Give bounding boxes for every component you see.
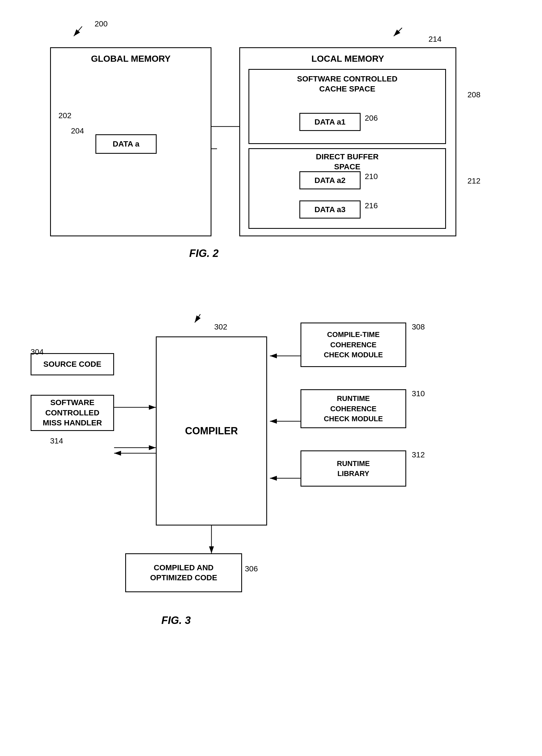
miss-handler-box: SOFTWARECONTROLLEDMISS HANDLER	[31, 395, 114, 431]
miss-handler-title: SOFTWARECONTROLLEDMISS HANDLER	[43, 398, 102, 428]
data-a3-label: DATA a3	[315, 205, 346, 214]
buffer-space-title: DIRECT BUFFER SPACE	[249, 152, 445, 172]
data-a1-box: DATA a1	[300, 113, 361, 131]
data-a3-box: DATA a3	[300, 200, 361, 219]
ref-214: 214	[429, 35, 442, 44]
ref-204: 204	[71, 127, 84, 135]
ref-308: 308	[412, 323, 425, 331]
fig3-caption: FIG. 3	[161, 614, 191, 626]
compiled-code-box: COMPILED ANDOPTIMIZED CODE	[125, 553, 242, 592]
fig2-diagram: 200 GLOBAL MEMORY DATA a 202 204 LOCAL M…	[22, 17, 509, 267]
ref-206: 206	[365, 114, 378, 123]
global-memory-box: GLOBAL MEMORY DATA a	[50, 47, 211, 236]
coherence-compile-box: COMPILE-TIMECOHERENCECHECK MODULE	[301, 323, 406, 367]
ref-210: 210	[365, 172, 378, 181]
compiler-box: COMPILER	[156, 336, 267, 526]
local-memory-box: LOCAL MEMORY SOFTWARE CONTROLLED CACHE S…	[239, 47, 456, 236]
ref-302: 302	[214, 323, 227, 331]
buffer-space-box: DIRECT BUFFER SPACE DATA a2 210 DATA a3 …	[248, 148, 446, 229]
compiler-title: COMPILER	[185, 425, 238, 437]
cache-space-box: SOFTWARE CONTROLLED CACHE SPACE DATA a1 …	[248, 69, 446, 144]
global-memory-title: GLOBAL MEMORY	[51, 54, 210, 64]
ref-306: 306	[245, 564, 258, 573]
data-a2-label: DATA a2	[315, 176, 346, 185]
fig2-caption: FIG. 2	[189, 247, 219, 259]
ref-310: 310	[412, 389, 425, 398]
cache-space-title: SOFTWARE CONTROLLED CACHE SPACE	[249, 74, 445, 94]
coherence-runtime-box: RUNTIMECOHERENCECHECK MODULE	[301, 389, 406, 428]
ref-304: 304	[31, 348, 44, 356]
data-a2-box: DATA a2	[300, 171, 361, 189]
main-container: 200 GLOBAL MEMORY DATA a 202 204 LOCAL M…	[0, 0, 542, 756]
source-code-box: SOURCE CODE	[31, 353, 114, 375]
ref-312: 312	[412, 450, 425, 459]
runtime-library-box: RUNTIMELIBRARY	[301, 450, 406, 487]
data-a1-label: DATA a1	[315, 118, 346, 127]
compiled-code-title: COMPILED ANDOPTIMIZED CODE	[150, 563, 217, 583]
ref-314: 314	[50, 437, 63, 445]
ref-202: 202	[58, 111, 71, 120]
fig3-diagram: 302 COMPILER SOURCE CODE 304 SOFTWARECON…	[22, 295, 509, 740]
ref-200: 200	[95, 19, 108, 28]
data-a-label: DATA a	[113, 140, 139, 148]
data-a-box: DATA a	[95, 134, 157, 154]
coherence-runtime-title: RUNTIMECOHERENCECHECK MODULE	[324, 393, 383, 424]
local-memory-title: LOCAL MEMORY	[240, 54, 456, 64]
ref-212: 212	[467, 177, 481, 185]
coherence-compile-title: COMPILE-TIMECOHERENCECHECK MODULE	[324, 329, 383, 360]
source-code-title: SOURCE CODE	[43, 360, 101, 369]
runtime-library-title: RUNTIMELIBRARY	[337, 458, 370, 479]
ref-216: 216	[365, 201, 378, 210]
ref-208: 208	[467, 90, 481, 99]
